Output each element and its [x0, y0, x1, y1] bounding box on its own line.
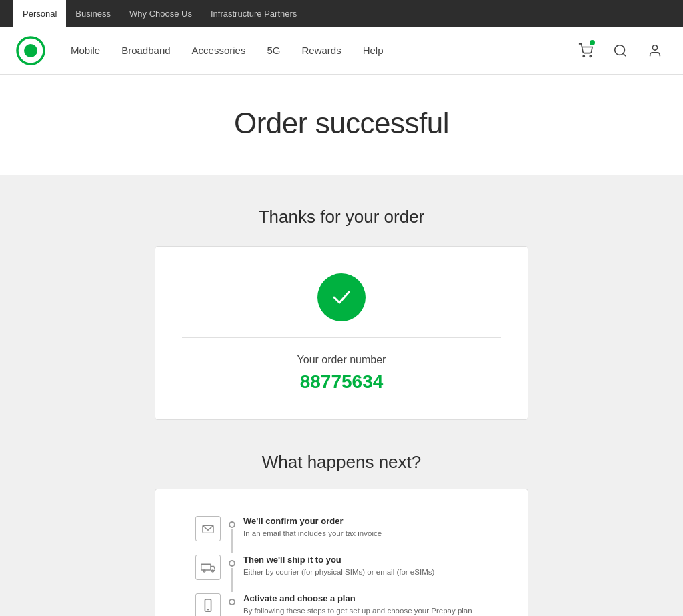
svg-point-3: [590, 55, 591, 57]
main-nav: Mobile Broadband Accessories 5G Rewards …: [61, 39, 574, 61]
svg-point-9: [203, 570, 205, 572]
logo[interactable]: [16, 36, 45, 65]
order-number-value: 88775634: [182, 371, 501, 393]
nav-help[interactable]: Help: [354, 39, 393, 61]
step-2-icon: [195, 555, 221, 580]
step-1-line: [231, 529, 233, 553]
page-title: Order successful: [16, 107, 667, 140]
step-2-dot: [229, 560, 235, 567]
next-steps-card: We'll confirm your order In an email tha…: [155, 489, 528, 616]
next-heading: What happens next?: [16, 452, 667, 473]
card-divider: [182, 337, 501, 338]
svg-point-6: [652, 45, 657, 49]
svg-point-1: [24, 44, 37, 57]
success-icon: [317, 273, 366, 321]
cart-button[interactable]: [574, 39, 598, 63]
main-header: Mobile Broadband Accessories 5G Rewards …: [0, 27, 683, 75]
header-icons: [574, 39, 667, 63]
step-2-content: Then we'll ship it to you Either by cour…: [243, 555, 488, 593]
step-3-icon: [195, 593, 221, 616]
step-3-desc: By following these steps to get set up a…: [243, 605, 488, 616]
step-1-content: We'll confirm your order In an email tha…: [243, 516, 488, 555]
account-button[interactable]: [643, 39, 667, 63]
thanks-heading: Thanks for your order: [16, 207, 667, 227]
step-1-desc: In an email that includes your tax invoi…: [243, 528, 488, 539]
cart-badge: [590, 40, 595, 45]
nav-5g[interactable]: 5G: [257, 39, 289, 61]
svg-rect-8: [201, 564, 211, 570]
nav-rewards[interactable]: Rewards: [292, 39, 350, 61]
top-nav-personal[interactable]: Personal: [13, 0, 66, 27]
svg-line-5: [623, 53, 626, 56]
step-1-title: We'll confirm your order: [243, 516, 488, 526]
top-nav-why-choose-us[interactable]: Why Choose Us: [120, 0, 201, 27]
step-2-title: Then we'll ship it to you: [243, 555, 488, 565]
step-3-dot: [229, 599, 235, 605]
top-nav: Personal Business Why Choose Us Infrastr…: [0, 0, 683, 27]
nav-accessories[interactable]: Accessories: [183, 39, 255, 61]
svg-point-10: [212, 570, 214, 572]
nav-broadband[interactable]: Broadband: [112, 39, 179, 61]
step-3-content: Activate and choose a plan By following …: [243, 593, 488, 616]
nav-mobile[interactable]: Mobile: [61, 39, 109, 61]
order-number-label: Your order number: [182, 354, 501, 366]
step-2-desc: Either by courier (for physical SIMs) or…: [243, 567, 488, 578]
step-1-icon: [195, 516, 221, 541]
top-nav-infrastructure[interactable]: Infrastructure Partners: [201, 0, 306, 27]
step-2-line: [231, 568, 233, 592]
step-3-title: Activate and choose a plan: [243, 593, 488, 603]
svg-point-2: [583, 55, 584, 57]
search-button[interactable]: [608, 39, 632, 63]
order-card: Your order number 88775634: [155, 246, 528, 420]
hero-section: Order successful: [0, 75, 683, 175]
top-nav-business[interactable]: Business: [66, 0, 120, 27]
svg-point-4: [615, 45, 625, 55]
main-content: Thanks for your order Your order number …: [0, 175, 683, 616]
step-1-dot: [229, 521, 235, 528]
